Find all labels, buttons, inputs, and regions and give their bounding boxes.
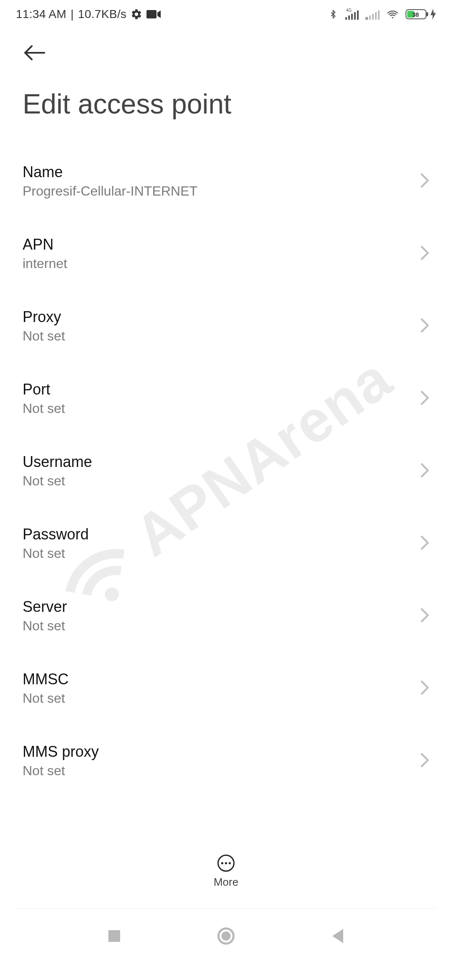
wifi-icon xyxy=(385,8,400,20)
back-button[interactable] xyxy=(23,41,46,71)
item-label: APN xyxy=(23,236,67,253)
svg-rect-5 xyxy=(354,12,356,20)
svg-point-17 xyxy=(221,862,223,864)
status-sep: | xyxy=(71,8,74,21)
status-right: 4G 38 xyxy=(329,8,436,21)
item-label: Username xyxy=(23,453,92,471)
more-bar: More xyxy=(0,842,452,900)
item-value: Not set xyxy=(23,546,89,561)
item-mms-proxy[interactable]: MMS proxy Not set xyxy=(23,725,429,797)
arrow-left-icon xyxy=(23,44,46,61)
svg-point-19 xyxy=(229,862,231,864)
svg-rect-20 xyxy=(108,930,120,942)
svg-text:4G: 4G xyxy=(346,8,352,13)
camera-icon xyxy=(146,9,161,19)
triangle-left-icon xyxy=(331,928,345,944)
item-value: Not set xyxy=(23,691,69,706)
svg-rect-8 xyxy=(369,15,371,20)
item-label: Password xyxy=(23,526,89,543)
item-server[interactable]: Server Not set xyxy=(23,580,429,652)
item-label: Port xyxy=(23,381,65,398)
dots-circle-icon xyxy=(217,854,235,872)
circle-icon xyxy=(217,927,235,945)
item-username[interactable]: Username Not set xyxy=(23,435,429,507)
nav-back-button[interactable] xyxy=(325,923,350,949)
system-nav-bar xyxy=(0,909,452,980)
item-label: MMS proxy xyxy=(23,743,99,761)
item-mmsc[interactable]: MMSC Not set xyxy=(23,652,429,725)
item-port[interactable]: Port Not set xyxy=(23,362,429,435)
status-time: 11:34 AM xyxy=(16,8,67,21)
svg-point-22 xyxy=(221,931,231,941)
item-value: internet xyxy=(23,256,67,271)
item-value: Not set xyxy=(23,328,65,344)
item-label: MMSC xyxy=(23,671,69,688)
svg-point-18 xyxy=(225,862,227,864)
chevron-right-icon xyxy=(420,535,429,552)
item-name[interactable]: Name Progresif-Cellular-INTERNET xyxy=(23,145,429,217)
svg-rect-14 xyxy=(426,12,428,16)
nav-recent-button[interactable] xyxy=(102,923,127,949)
square-icon xyxy=(107,929,121,943)
item-value: Not set xyxy=(23,401,65,416)
battery-pct: 38 xyxy=(412,11,419,18)
chevron-right-icon xyxy=(420,317,429,335)
chevron-right-icon xyxy=(420,462,429,480)
item-proxy[interactable]: Proxy Not set xyxy=(23,290,429,362)
more-button[interactable]: More xyxy=(213,854,238,889)
chevron-right-icon xyxy=(420,607,429,625)
settings-list: Name Progresif-Cellular-INTERNET APN int… xyxy=(0,145,452,797)
nav-home-button[interactable] xyxy=(213,923,239,949)
chevron-right-icon xyxy=(420,173,429,190)
item-label: Server xyxy=(23,598,67,616)
status-left: 11:34 AM | 10.7KB/s xyxy=(16,8,161,21)
svg-rect-9 xyxy=(372,14,374,20)
page-header: Edit access point xyxy=(0,28,452,145)
svg-rect-4 xyxy=(351,14,353,20)
bluetooth-icon xyxy=(329,8,338,21)
svg-rect-3 xyxy=(348,15,350,20)
svg-rect-6 xyxy=(357,10,359,20)
status-net-speed: 10.7KB/s xyxy=(78,8,126,21)
gear-icon xyxy=(131,8,142,20)
chevron-right-icon xyxy=(420,752,429,770)
more-label: More xyxy=(213,876,238,889)
item-value: Not set xyxy=(23,473,92,489)
battery-icon: 38 xyxy=(406,8,436,20)
page-title: Edit access point xyxy=(23,71,429,145)
item-apn[interactable]: APN internet xyxy=(23,217,429,290)
item-password[interactable]: Password Not set xyxy=(23,507,429,580)
status-bar: 11:34 AM | 10.7KB/s 4G xyxy=(0,0,452,28)
svg-rect-11 xyxy=(378,10,380,20)
item-value: Not set xyxy=(23,763,99,779)
item-value: Not set xyxy=(23,618,67,634)
signal-4g-icon: 4G xyxy=(344,8,359,21)
chevron-right-icon xyxy=(420,245,429,263)
chevron-right-icon xyxy=(420,390,429,407)
signal-no-sim-icon xyxy=(365,8,380,21)
svg-rect-10 xyxy=(375,12,377,20)
item-label: Proxy xyxy=(23,308,65,326)
chevron-right-icon xyxy=(420,680,429,697)
item-label: Name xyxy=(23,163,198,181)
item-value: Progresif-Cellular-INTERNET xyxy=(23,183,198,199)
svg-rect-2 xyxy=(345,17,347,20)
svg-rect-0 xyxy=(146,10,157,18)
